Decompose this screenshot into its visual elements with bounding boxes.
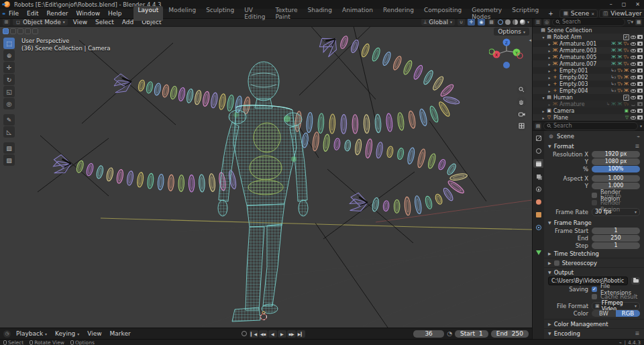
- expand-caret-icon[interactable]: ▸: [547, 62, 552, 66]
- expand-caret-icon[interactable]: ▸: [547, 42, 552, 46]
- tool-cursor[interactable]: ⊕: [3, 50, 15, 61]
- outliner-row-scene-collection[interactable]: ▤Scene Collection: [533, 27, 644, 34]
- render-visibility-camera-icon[interactable]: [637, 115, 643, 119]
- hide-eye-icon[interactable]: [631, 89, 636, 93]
- properties-tab-world[interactable]: [533, 197, 543, 206]
- properties-tab-render[interactable]: [533, 146, 543, 155]
- expand-caret-icon[interactable]: ▸: [541, 109, 546, 113]
- select-mode-extend[interactable]: [10, 28, 16, 34]
- resolution-y-field[interactable]: 1080 px: [592, 158, 640, 165]
- crop-region-checkbox[interactable]: [592, 200, 597, 205]
- frame-step-field[interactable]: 1: [592, 242, 640, 249]
- scene-selector[interactable]: ▦ Scene ✕: [559, 9, 598, 18]
- panel-color-management[interactable]: ▶Color Management: [544, 319, 644, 328]
- file-extensions-checkbox[interactable]: ✓: [592, 287, 597, 292]
- properties-search-input[interactable]: Search: [543, 122, 638, 130]
- outliner-row-armature-001[interactable]: ▸ЖArmature.001Ж Ж▽₀: [533, 40, 644, 47]
- hide-eye-icon[interactable]: [631, 103, 636, 106]
- workspace-tab-texture-paint[interactable]: Texture Paint: [271, 6, 303, 21]
- workspace-tab-shading[interactable]: Shading: [303, 6, 337, 21]
- frame-end-field[interactable]: 250: [592, 235, 640, 242]
- play-button[interactable]: ▶: [278, 330, 286, 338]
- properties-tab-object[interactable]: [533, 210, 543, 219]
- view-layer-selector[interactable]: ◫ ViewLayer ▣: [599, 9, 644, 18]
- render-visibility-camera-icon[interactable]: [637, 109, 643, 113]
- color-bw-button[interactable]: BW: [592, 310, 616, 317]
- hide-eye-icon[interactable]: [631, 83, 636, 86]
- maximize-button[interactable]: ◻: [622, 1, 627, 7]
- tool-extrude[interactable]: ▨: [3, 154, 15, 166]
- hide-eye-icon[interactable]: [631, 62, 636, 66]
- outliner-filter-collection-icon[interactable]: ◎: [543, 19, 550, 26]
- expand-caret-icon[interactable]: ▸: [547, 89, 552, 93]
- preset-list-icon[interactable]: ☰: [635, 144, 640, 149]
- menu-view[interactable]: View: [70, 19, 90, 26]
- render-visibility-camera-icon[interactable]: [637, 62, 643, 66]
- render-visibility-camera-icon[interactable]: [637, 89, 643, 93]
- select-mode-intersect[interactable]: [32, 28, 38, 34]
- hide-eye-icon[interactable]: [631, 69, 636, 72]
- properties-tab-tool[interactable]: [533, 134, 543, 142]
- workspace-tab-layout[interactable]: Layout: [133, 6, 164, 21]
- resolution-percent-slider[interactable]: 100%: [592, 166, 640, 172]
- render-visibility-camera-icon[interactable]: [637, 82, 643, 86]
- current-frame-field[interactable]: 36: [413, 330, 444, 338]
- next-keyframe-button[interactable]: ▪▶: [287, 330, 296, 338]
- expand-caret-icon[interactable]: ▾: [541, 95, 546, 100]
- tool-annotate[interactable]: ✎: [3, 114, 15, 126]
- ortho-grid-icon[interactable]: [517, 121, 527, 131]
- exclude-checkbox[interactable]: ✓: [623, 95, 629, 101]
- render-visibility-camera-icon[interactable]: [637, 75, 643, 79]
- view-menu[interactable]: View: [85, 330, 104, 337]
- outliner-row-armature-007[interactable]: ▸ЖArmature.007Ж Ж▽₀: [533, 60, 644, 67]
- expand-caret-icon[interactable]: ▸: [547, 75, 552, 80]
- render-visibility-camera-icon[interactable]: [637, 68, 643, 72]
- workspace-tab-uv-editing[interactable]: UV Editing: [239, 6, 270, 21]
- color-rgb-button[interactable]: RGB: [616, 310, 640, 317]
- editor-type-icon[interactable]: ⊞: [3, 18, 10, 26]
- hide-eye-icon[interactable]: [631, 49, 636, 52]
- menu-file[interactable]: File: [5, 9, 22, 17]
- frame-start-field[interactable]: 1: [592, 228, 640, 234]
- properties-tab-output[interactable]: [533, 159, 543, 168]
- pin-icon[interactable]: ⌁: [637, 134, 640, 140]
- properties-tab-scene[interactable]: [533, 185, 543, 193]
- select-mode-subtract[interactable]: [17, 28, 23, 34]
- render-region-checkbox[interactable]: [592, 193, 597, 198]
- file-format-dropdown[interactable]: ▣FFmpeg Video▾: [592, 302, 640, 310]
- outliner-row-armature-003[interactable]: ▸ЖArmature.003Ж Ж▽₀: [533, 47, 644, 54]
- tool-transform[interactable]: ◎: [3, 98, 15, 109]
- auto-key-record-icon[interactable]: [241, 331, 247, 336]
- properties-tab-view-layer[interactable]: [533, 172, 543, 181]
- expand-caret-icon[interactable]: ▸: [547, 48, 552, 53]
- expand-caret-icon[interactable]: ▸: [541, 115, 546, 120]
- panel-format[interactable]: ▼Format ☰: [544, 142, 644, 150]
- select-mode-invert[interactable]: [25, 28, 31, 34]
- panel-time-stretching[interactable]: ▶Time Stretching: [544, 249, 644, 258]
- properties-tab-object-data[interactable]: [533, 248, 543, 257]
- properties-tab-constraints[interactable]: [533, 236, 543, 244]
- expand-caret-icon[interactable]: ▾: [541, 35, 546, 40]
- render-visibility-camera-icon[interactable]: [637, 35, 643, 39]
- hide-eye-icon[interactable]: [631, 76, 636, 79]
- hide-eye-icon[interactable]: [631, 96, 636, 99]
- workspace-tab-sculpting[interactable]: Sculpting: [201, 6, 239, 21]
- outliner-row-plane[interactable]: ▸▽Plane▽: [533, 114, 644, 121]
- hide-eye-icon[interactable]: [631, 56, 636, 59]
- render-visibility-camera-icon[interactable]: [637, 55, 643, 59]
- workspace-tab-compositing[interactable]: Compositing: [419, 6, 466, 21]
- sidebar-toggle-icon[interactable]: ◂: [529, 38, 531, 43]
- menu-help[interactable]: Help: [105, 9, 125, 17]
- exclude-checkbox[interactable]: ✓: [623, 34, 629, 40]
- panel-output[interactable]: ▼Output: [544, 267, 644, 277]
- filter-funnel-icon[interactable]: ▽▾: [627, 19, 633, 25]
- navigation-gizmo[interactable]: Z X Y: [489, 36, 524, 70]
- hide-eye-icon[interactable]: [631, 42, 636, 46]
- expand-caret-icon[interactable]: ▸: [547, 102, 552, 107]
- close-button[interactable]: ✕: [635, 1, 640, 7]
- workspace-tab-rendering[interactable]: Rendering: [378, 6, 419, 21]
- stereoscopy-checkbox[interactable]: [554, 260, 559, 266]
- marker-menu[interactable]: Marker: [107, 330, 133, 337]
- outliner-row-empty-002[interactable]: ▸+Empty.002↳₂▽₂ Ж: [533, 74, 644, 81]
- outliner-row-robot-arm[interactable]: ▾▤Robot Arm✓: [533, 34, 644, 40]
